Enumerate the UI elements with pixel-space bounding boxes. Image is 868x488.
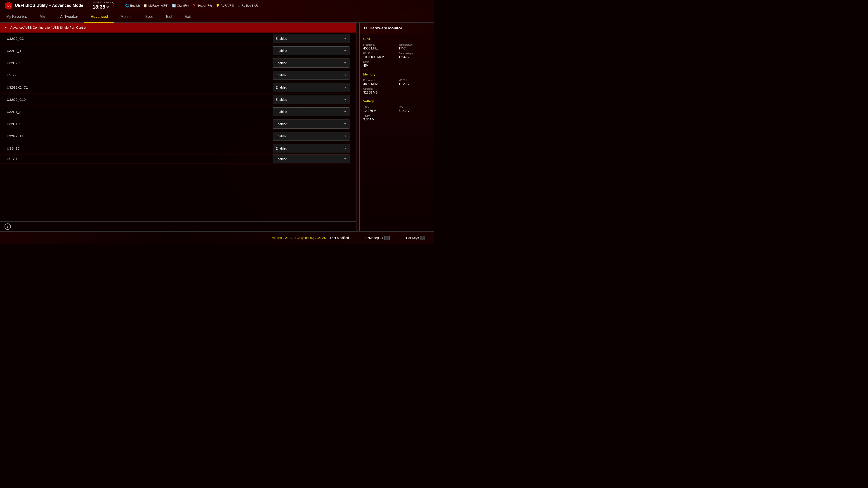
dropdown-arrow-icon: ▼: [344, 98, 346, 101]
setting-control-u32g2-2[interactable]: Enabled ▼: [273, 59, 349, 68]
bios-container: ROG UEFI BIOS Utility – Advanced Mode 12…: [0, 0, 434, 244]
nav-ai-tweaker[interactable]: Ai Tweaker: [54, 11, 84, 23]
hw-stat-value-5v: 5.140 V: [399, 109, 431, 112]
setting-row-u32g2-1: U32G2_1 Enabled ▼: [0, 45, 356, 57]
setting-control-u32g2-11[interactable]: Enabled ▼: [273, 132, 349, 141]
dropdown-arrow-icon: ▼: [344, 86, 346, 89]
tool-qfan-label: Qfan(F6): [177, 4, 189, 7]
settings-icon[interactable]: ⚙: [106, 5, 109, 9]
dropdown-u32g2-11[interactable]: Enabled ▼: [273, 132, 349, 141]
setting-control-u32g1-9[interactable]: Enabled ▼: [273, 120, 349, 129]
dropdown-usb-15[interactable]: Enabled ▼: [273, 144, 349, 153]
dropdown-value: Enabled: [276, 157, 287, 161]
info-icon: i: [4, 223, 11, 230]
dropdown-usb-16[interactable]: Enabled ▼: [273, 155, 349, 164]
tool-aura[interactable]: 💡 AURA(F4): [216, 4, 234, 7]
last-modified-label: Last Modified: [330, 236, 349, 240]
nav-monitor[interactable]: Monitor: [114, 11, 139, 23]
header-tools-divider: [119, 2, 119, 9]
nav-main[interactable]: Main: [33, 11, 54, 23]
ezmode-button[interactable]: EzMode(F7) →: [363, 234, 392, 241]
hardware-monitor-panel: 🖥 Hardware Monitor CPU Frequency 4500 MH…: [360, 23, 434, 231]
setting-control-u32g2x2-c1[interactable]: Enabled ▼: [273, 83, 349, 92]
nav-boot[interactable]: Boot: [139, 11, 159, 23]
hw-voltage-section: Voltage +12V 12.076 V +5V 5.140 V +3.3V …: [360, 96, 434, 123]
setting-row-u32g1-9: U32G1_9 Enabled ▼: [0, 118, 356, 130]
tool-english-label: English: [130, 4, 140, 7]
setting-control-u32g2-1[interactable]: Enabled ▼: [273, 46, 349, 55]
tool-myfavorite-label: MyFavorite(F3): [148, 4, 168, 7]
settings-list[interactable]: U32G2_C3 Enabled ▼ U32G2_1 Enabled: [0, 33, 356, 221]
dropdown-u32g1-8[interactable]: Enabled ▼: [273, 107, 349, 116]
nav-advanced[interactable]: Advanced: [84, 11, 114, 23]
setting-control-u32g2-c3[interactable]: Enabled ▼: [273, 34, 349, 43]
back-arrow-icon[interactable]: ←: [4, 26, 8, 30]
bottom-bar: Version 2.22.1284 Copyright (C) 2022 AMI…: [0, 231, 434, 244]
setting-label-usb5: USB5: [7, 73, 273, 77]
dropdown-u32g2-2[interactable]: Enabled ▼: [273, 59, 349, 68]
setting-control-u32g1-8[interactable]: Enabled ▼: [273, 107, 349, 116]
hw-cpu-title: CPU: [363, 37, 430, 41]
header-tools: 🌐 English 📋 MyFavorite(F3) 🔄 Qfan(F6) ❓ …: [125, 4, 258, 7]
setting-row-usb-15: USB_15 Enabled ▼: [0, 142, 356, 155]
last-modified-button[interactable]: Last Modified: [327, 235, 351, 241]
hw-stat-mem-capacity: Capacity 32768 MB: [363, 88, 430, 94]
ezmode-label: EzMode(F7): [365, 236, 383, 240]
header-title: UEFI BIOS Utility – Advanced Mode: [15, 3, 83, 8]
hw-monitor-header: 🖥 Hardware Monitor: [360, 23, 434, 34]
header-divider: [88, 2, 88, 9]
tool-english[interactable]: 🌐 English: [125, 4, 140, 7]
hw-stat-label-cpu-temp: Temperature: [399, 43, 431, 46]
hw-stat-volt-5v: +5V 5.140 V: [399, 106, 431, 112]
dropdown-value: Enabled: [276, 134, 287, 138]
tool-resizebar[interactable]: ⊞ ReSize BAR: [238, 4, 258, 7]
monitor-icon: 🖥: [363, 26, 367, 31]
tool-myfavorite[interactable]: 📋 MyFavorite(F3): [143, 4, 168, 7]
dropdown-arrow-icon: ▼: [344, 74, 346, 77]
setting-label-u32g2-1: U32G2_1: [7, 49, 273, 53]
setting-row-u32g1-8: U32G1_8 Enabled ▼: [0, 106, 356, 118]
setting-control-usb-16[interactable]: Enabled ▼: [273, 155, 349, 164]
setting-control-u32g2-c10[interactable]: Enabled ▼: [273, 95, 349, 104]
setting-control-usb5[interactable]: Enabled ▼: [273, 71, 349, 80]
setting-row-u32g2-c10: U32G2_C10 Enabled ▼: [0, 94, 356, 106]
nav-exit[interactable]: Exit: [178, 11, 197, 23]
hw-stat-value-12v: 12.076 V: [363, 109, 395, 112]
dropdown-u32g2-c3[interactable]: Enabled ▼: [273, 34, 349, 43]
hw-memory-section: Memory Frequency 4800 MHz MC Volt 1.120 …: [360, 69, 434, 96]
version-label: Version 2.22.1284 Copyright (C) 2022 AMI: [272, 236, 327, 239]
tool-search[interactable]: ❓ Search(F9): [192, 4, 212, 7]
nav-tool[interactable]: Tool: [159, 11, 178, 23]
header-datetime: 12/25/2022 Sunday 18:35 ⚙: [92, 1, 114, 10]
hw-stat-label-33v: +3.3V: [363, 114, 395, 117]
dropdown-u32g2x2-c1[interactable]: Enabled ▼: [273, 83, 349, 92]
setting-row-u32g2-c3: U32G2_C3 Enabled ▼: [0, 33, 356, 45]
hw-monitor-title: Hardware Monitor: [370, 26, 402, 31]
hw-stat-label-cpu-corevolt: Core Voltage: [399, 52, 431, 55]
setting-control-usb-15[interactable]: Enabled ▼: [273, 144, 349, 153]
hw-stat-cpu-temperature: Temperature 17°C: [399, 43, 431, 50]
dropdown-u32g2-c10[interactable]: Enabled ▼: [273, 95, 349, 104]
hw-stat-cpu-bclk: BCLK 100.0000 MHz: [363, 52, 395, 59]
scrollbar-track[interactable]: [356, 23, 360, 231]
hot-keys-button[interactable]: Hot Keys ?: [403, 234, 428, 241]
hw-stat-label-cpu-freq: Frequency: [363, 43, 395, 46]
dropdown-value: Enabled: [276, 86, 287, 89]
setting-row-u32g2-11: U32G2_11 Enabled ▼: [0, 130, 356, 142]
hw-stat-value-cpu-ratio: 45x: [363, 64, 395, 67]
dropdown-u32g1-9[interactable]: Enabled ▼: [273, 120, 349, 129]
setting-label-u32g2-c3: U32G2_C3: [7, 37, 273, 40]
dropdown-arrow-icon: ▼: [344, 123, 346, 126]
dropdown-usb5[interactable]: Enabled ▼: [273, 71, 349, 80]
dropdown-u32g2-1[interactable]: Enabled ▼: [273, 46, 349, 55]
tool-qfan[interactable]: 🔄 Qfan(F6): [172, 4, 189, 7]
setting-label-usb-16: USB_16: [7, 157, 273, 161]
hw-stat-label-5v: +5V: [399, 106, 431, 108]
hw-cpu-grid: Frequency 4500 MHz Temperature 17°C BCLK…: [363, 43, 430, 67]
rog-logo-icon: ROG: [4, 2, 13, 10]
myfavorite-icon: 📋: [143, 4, 147, 7]
nav-my-favorites[interactable]: My Favorites: [0, 11, 33, 23]
setting-label-u32g1-9: U32G1_9: [7, 122, 273, 126]
aura-icon: 💡: [216, 4, 219, 7]
hw-stat-label-cpu-bclk: BCLK: [363, 52, 395, 55]
